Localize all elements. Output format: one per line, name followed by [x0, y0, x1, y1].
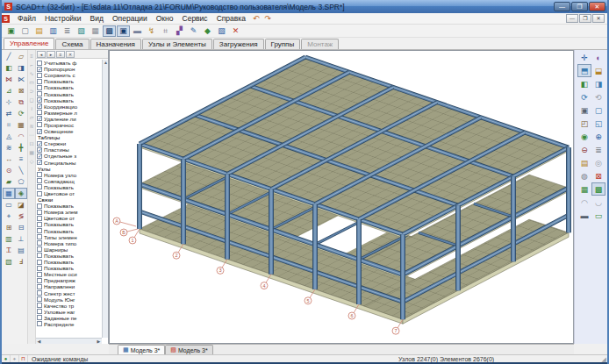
- mdi-close-button[interactable]: ✕: [592, 14, 605, 23]
- add-solid-icon[interactable]: ◨: [15, 62, 27, 74]
- tree-item[interactable]: Преднапряж: [36, 277, 102, 283]
- checkbox[interactable]: [37, 184, 42, 189]
- panel-strip-icon[interactable]: ◻: [30, 96, 34, 104]
- menu-справка[interactable]: Справка: [212, 14, 250, 23]
- checkbox[interactable]: [37, 315, 42, 320]
- tree-item[interactable]: Номера типо: [36, 240, 102, 246]
- grid-snap-icon[interactable]: ▦: [3, 188, 15, 199]
- checkbox[interactable]: [37, 284, 42, 289]
- tree-item[interactable]: Распределе: [36, 321, 102, 327]
- new-project-icon[interactable]: ▣: [4, 25, 18, 37]
- checkbox[interactable]: [37, 228, 42, 233]
- levels-icon[interactable]: ≡: [15, 153, 27, 165]
- menu-окно[interactable]: Окно: [152, 14, 178, 23]
- checkbox[interactable]: [37, 260, 42, 265]
- tree-item[interactable]: ✓Показывать: [36, 97, 102, 103]
- checkbox[interactable]: ✓: [37, 67, 42, 72]
- surface-icon[interactable]: ≋: [3, 142, 15, 153]
- plane-xz-icon[interactable]: ◪: [15, 199, 27, 211]
- checkbox[interactable]: [37, 246, 42, 252]
- select-poly-icon[interactable]: ⬠: [15, 176, 27, 188]
- scroll-up-icon[interactable]: ▲: [103, 60, 109, 66]
- erase-icon[interactable]: ▱: [15, 51, 27, 62]
- axes-grid-icon[interactable]: ╋: [15, 142, 27, 153]
- tree-item[interactable]: Показывать: [36, 228, 102, 234]
- tree-item[interactable]: Качество тр: [36, 303, 102, 309]
- tree-item[interactable]: Номера узло: [36, 172, 102, 178]
- mdi-restore-button[interactable]: ❐: [579, 14, 591, 23]
- copy-fragment-icon[interactable]: ⧉: [15, 96, 27, 108]
- select-mode-icon[interactable]: ◍: [577, 169, 591, 182]
- collapse-icon[interactable]: ◂: [37, 51, 46, 58]
- express-check-icon[interactable]: ↯: [145, 25, 158, 37]
- copy-image-icon[interactable]: ▦: [89, 25, 102, 37]
- ready-state-icon[interactable]: ●: [2, 355, 11, 362]
- merge-nodes-icon[interactable]: ⊠: [15, 85, 27, 96]
- tree-item[interactable]: Показывать: [36, 184, 102, 190]
- tree-item[interactable]: ✓Отдельные з: [36, 153, 102, 159]
- tree-item[interactable]: Местные оси: [36, 271, 102, 277]
- checkbox[interactable]: ✓: [37, 103, 42, 109]
- pan-icon[interactable]: ◉: [577, 130, 591, 143]
- node-tools-icon[interactable]: ⋈: [3, 74, 15, 85]
- tab-управление[interactable]: Управление: [4, 38, 54, 49]
- checkbox[interactable]: [37, 234, 42, 239]
- checkbox[interactable]: [37, 110, 42, 115]
- tree-item[interactable]: Показывать: [36, 84, 102, 90]
- add-truss-icon[interactable]: ◬: [3, 131, 15, 142]
- tree-item[interactable]: Прозрачнос: [36, 122, 102, 128]
- tree-item[interactable]: Показывать: [36, 203, 102, 209]
- group-list-icon[interactable]: ⊟: [15, 222, 27, 233]
- tree-item[interactable]: Размерные л: [36, 110, 102, 116]
- tree-item[interactable]: Узловые наг: [36, 309, 102, 315]
- tab-схема[interactable]: Схема: [55, 39, 89, 49]
- mesh-icon[interactable]: ⌗: [159, 25, 172, 37]
- tree-item[interactable]: Учитывать ф: [36, 60, 102, 66]
- section-mode-icon[interactable]: Π: [19, 355, 28, 362]
- add-plate-icon[interactable]: ◧: [3, 62, 15, 74]
- filter-nodes-icon[interactable]: ⌖: [3, 211, 15, 222]
- tree-item[interactable]: Показывать: [36, 78, 102, 84]
- close-panel-icon[interactable]: ✕: [66, 51, 75, 58]
- menu-сервис[interactable]: Сервис: [178, 14, 212, 23]
- tree-item[interactable]: Сохранить с: [36, 72, 102, 78]
- ortho-snap-icon[interactable]: ◈: [15, 188, 27, 199]
- checkbox[interactable]: [37, 296, 42, 302]
- generate-frame-icon[interactable]: ⌗: [3, 119, 15, 131]
- element-tools-icon[interactable]: ⋉: [15, 74, 27, 85]
- tree-item[interactable]: Модуль Юнг: [36, 296, 102, 303]
- list-view-icon[interactable]: ≡: [56, 51, 65, 58]
- color-scale-icon[interactable]: ▧: [3, 256, 15, 268]
- view-iso-icon[interactable]: ⬒: [577, 64, 591, 77]
- orbit-icon[interactable]: ◐: [591, 51, 605, 64]
- tab-узлы-и-элементы[interactable]: Узлы и Элементы: [142, 39, 212, 49]
- tree-item[interactable]: ✓Освещение: [36, 128, 102, 134]
- rotate-fragment-icon[interactable]: ⟳: [15, 108, 27, 119]
- panel-strip-icon[interactable]: ≋: [29, 122, 33, 131]
- wireframe-view-icon[interactable]: ▬: [131, 25, 144, 37]
- tree-item[interactable]: Таблицы: [36, 134, 102, 140]
- edit-scheme-icon[interactable]: ✎: [187, 25, 200, 37]
- checkbox[interactable]: ✓: [37, 141, 42, 146]
- mdi-minimize-button[interactable]: —: [566, 14, 578, 23]
- new-window-icon[interactable]: ▢: [18, 25, 32, 37]
- checkbox[interactable]: [37, 303, 42, 308]
- view-side-icon[interactable]: ◧: [577, 77, 591, 90]
- model-viewport[interactable]: 1234567АБ: [109, 50, 574, 344]
- checkbox[interactable]: [37, 172, 42, 177]
- fragmentation-icon[interactable]: ▞: [173, 25, 186, 37]
- checkbox[interactable]: [37, 222, 42, 227]
- frame-toggle-icon[interactable]: ▩: [591, 182, 605, 196]
- cursor-mode-icon[interactable]: ⌖: [11, 355, 19, 362]
- rotate-view-icon[interactable]: ✛: [577, 51, 591, 64]
- checkbox[interactable]: [37, 290, 42, 296]
- open-file-icon[interactable]: ▤: [32, 25, 46, 37]
- redo-icon[interactable]: ↷: [262, 14, 275, 23]
- calculation-icon[interactable]: ◆: [201, 25, 214, 37]
- checkbox[interactable]: [37, 253, 42, 258]
- generate-grid-icon[interactable]: ▦: [15, 119, 27, 131]
- checkbox[interactable]: ✓: [37, 160, 42, 165]
- menu-вид[interactable]: Вид: [86, 14, 108, 23]
- tab-монтаж[interactable]: Монтаж: [301, 39, 339, 49]
- checkbox[interactable]: [37, 272, 42, 277]
